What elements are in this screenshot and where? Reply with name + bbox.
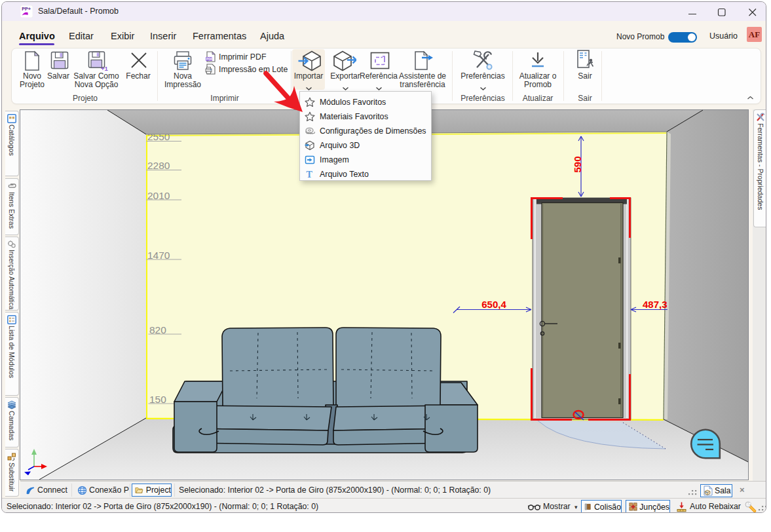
svg-text:590: 590 <box>572 156 583 172</box>
svg-text:2550: 2550 <box>147 131 170 142</box>
svg-text:PDF: PDF <box>206 57 213 61</box>
svg-text:PP+: PP+ <box>22 6 31 12</box>
svg-text:650,4: 650,4 <box>481 299 506 310</box>
svg-text:T: T <box>307 170 313 180</box>
svg-text:1470: 1470 <box>147 250 170 261</box>
svg-text:820: 820 <box>149 324 166 335</box>
svg-text:487,3: 487,3 <box>643 299 668 310</box>
svg-text:+1: +1 <box>101 65 108 71</box>
svg-text:2010: 2010 <box>147 190 170 201</box>
svg-text:150: 150 <box>149 394 166 405</box>
svg-text:2280: 2280 <box>147 160 170 171</box>
